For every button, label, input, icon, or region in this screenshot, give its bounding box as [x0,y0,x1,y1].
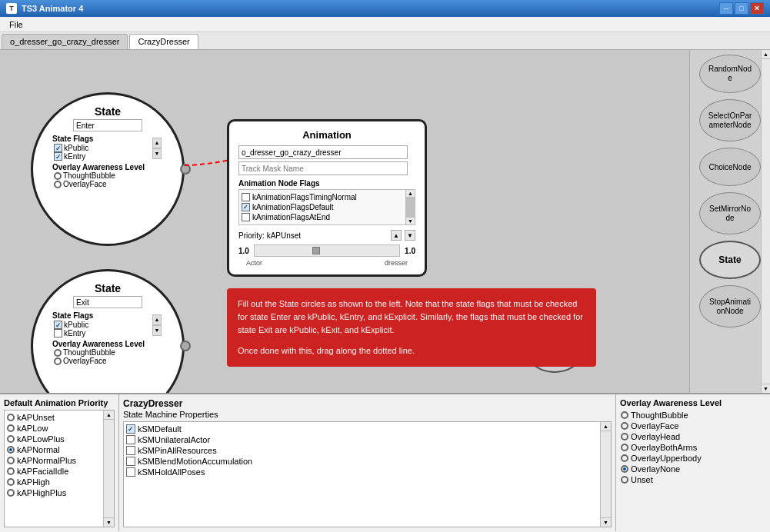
state-input-exit[interactable] [73,296,142,308]
anim-flags-title: Animation Node Flags [238,179,415,188]
overlay-br-radio-3[interactable] [621,444,628,451]
overlay-br-radio-1[interactable] [621,422,628,430]
track-mask-input[interactable] [238,161,408,175]
flag-kentry-2-cb[interactable] [54,329,62,337]
maximize-button[interactable]: □ [735,2,748,15]
sm-scroll-down[interactable]: ▼ [601,517,611,527]
anim-flag-row-1: kAnimationFlagsTimingNormal [242,192,412,202]
sm-item-4: kSMHoldAllPoses [125,467,598,477]
node-btn-setmirrornode[interactable]: SetMirrorNode [699,192,761,234]
overlay-options: ThoughtBubble OverlayFace OverlayHead Ov… [620,410,766,527]
window-controls[interactable]: ─ □ ✕ [719,2,764,15]
overlay-opt-4: OverlayFace [63,357,107,365]
connector-2[interactable] [180,341,191,351]
priority-item-2: kAPLowPlus [6,434,102,444]
sm-cb-1[interactable] [126,435,135,444]
slider-track[interactable] [254,244,400,257]
state-title-2: State [95,282,121,294]
overlay-br-radio-2[interactable] [621,433,628,441]
sm-item-2: kSMPinAllResources [125,445,598,456]
overlay-br-radio-6[interactable] [621,476,628,484]
right-panel-scroll-up[interactable]: ▲ [762,50,770,59]
sm-cb-4[interactable] [126,467,135,477]
crazydresser-title: CrazyDresser [123,398,612,409]
radio-kAPNormalPlus[interactable] [7,457,15,464]
sm-scroll-up[interactable]: ▲ [601,422,611,431]
scroll-up-1[interactable]: ▲ [152,138,162,148]
priority-down[interactable]: ▼ [405,230,415,241]
overlay-radio-1[interactable] [54,172,62,180]
radio-kAPHighPlus[interactable] [7,489,15,497]
overlay-br-radio-5[interactable] [621,465,628,473]
overlay-br-label-4: OverlayUpperbody [631,454,702,463]
anim-flag-default: kAnimationFlagsDefault [252,203,334,211]
overlay-br-radio-4[interactable] [621,454,628,462]
right-panel: RandomNode SelectOnParameterNode ChoiceN… [689,50,770,393]
overlay-br-label-6: Unset [631,475,653,484]
close-button[interactable]: ✕ [750,2,764,15]
anim-flag-row-2: ✓ kAnimationFlagsDefault [242,202,412,212]
connector-1[interactable] [180,164,191,175]
overlay-radio-3[interactable] [54,349,62,357]
anim-panel-title: Animation [238,129,415,141]
priority-scroll-up[interactable]: ▲ [104,411,114,420]
priority-up[interactable]: ▲ [391,230,402,241]
overlay-opt-3: ThoughtBubble [63,348,115,357]
radio-kAPNormal[interactable] [7,446,15,454]
anim-flag-default-cb[interactable]: ✓ [242,203,250,211]
flags-scrollbar: ▲ ▼ [405,190,415,224]
radio-kAPHigh[interactable] [7,478,15,486]
menu-file[interactable]: File [3,18,29,31]
priority-scroll-down[interactable]: ▼ [104,517,114,527]
node-btn-stopanimation[interactable]: StopAnimationNode [699,285,761,328]
state-flags-label-1: State Flags [52,135,93,143]
instruction-text-1: Fill out the State circles as shown to t… [238,298,585,337]
radio-kAPLow[interactable] [7,424,15,432]
sm-item-1: kSMUnilateralActor [125,434,598,445]
flags-scroll-up[interactable]: ▲ [406,190,415,198]
anim-name-input[interactable] [238,145,408,159]
sm-cb-2[interactable] [126,446,135,455]
state-flags-label-2: State Flags [52,311,93,320]
scroll-down-2[interactable]: ▼ [152,325,162,336]
anim-flag-atend-cb[interactable] [242,213,250,221]
actor-label: Actor [246,259,262,267]
node-btn-state[interactable]: State [699,241,761,279]
overlay-item-4: OverlayUpperbody [620,453,766,464]
sm-label-0: kSMDefault [138,424,182,434]
sm-cb-0[interactable]: ✓ [126,424,135,434]
overlay-radio-4[interactable] [54,357,62,365]
label-kAPUnset: kAPUnset [17,413,55,422]
label-kAPLowPlus: kAPLowPlus [17,434,65,444]
overlay-br-radio-0[interactable] [621,411,628,419]
label-kAPHigh: kAPHigh [17,477,50,487]
anim-flag-timing-cb[interactable] [242,193,250,201]
flag-kentry-1-cb[interactable]: ✓ [54,152,62,161]
node-btn-randomnode[interactable]: RandomNode [699,55,761,93]
node-btn-selectonparameter[interactable]: SelectOnParameterNode [699,99,761,141]
flags-scroll-down[interactable]: ▼ [406,217,415,224]
overlay-label-2: Overlay Awareness Level [52,340,145,348]
radio-kAPLowPlus[interactable] [7,435,15,443]
flag-kpublic-2: kPublic [64,321,88,329]
radio-kAPUnset[interactable] [7,414,15,421]
menu-bar: File [0,17,770,32]
minimize-button[interactable]: ─ [719,2,733,15]
label-kAPNormal: kAPNormal [17,445,60,454]
slider-thumb[interactable] [312,247,320,254]
node-btn-choicenode[interactable]: ChoiceNode [699,148,761,186]
scroll-up-2[interactable]: ▲ [152,314,162,325]
flag-kpublic-1-cb[interactable]: ✓ [54,144,62,152]
right-panel-scroll-down[interactable]: ▼ [762,384,770,393]
sm-cb-3[interactable] [126,457,135,466]
overlay-item-0: ThoughtBubble [620,410,766,421]
tab-crazydresser[interactable]: CrazyDresser [129,34,198,49]
radio-kAPFacialIdle[interactable] [7,467,15,475]
state-input-enter[interactable] [73,119,142,131]
overlay-radio-2[interactable] [54,181,62,188]
priority-item-0: kAPUnset [6,412,102,423]
flag-kpublic-2-cb[interactable]: ✓ [54,321,62,329]
scroll-down-1[interactable]: ▼ [152,148,162,159]
priority-item-5: kAPFacialIdle [6,466,102,477]
tab-dresser[interactable]: o_dresser_go_crazy_dresser [2,34,128,49]
